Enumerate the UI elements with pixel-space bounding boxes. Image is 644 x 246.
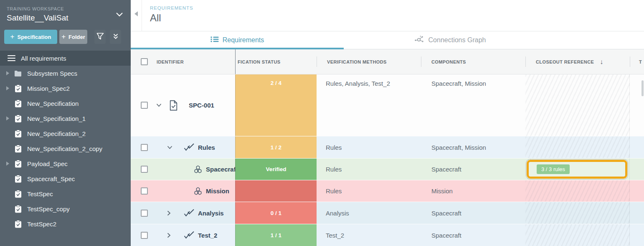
chevron-down-icon[interactable]: [167, 146, 172, 149]
select-all-checkbox[interactable]: [141, 58, 148, 65]
chevron-down-icon[interactable]: [116, 11, 123, 19]
sidebar-item-payload-spec[interactable]: Payload_Spec: [0, 156, 131, 171]
expand-arrow-icon[interactable]: [4, 116, 11, 120]
tab-label: Connections Graph: [428, 36, 486, 44]
status-cell[interactable]: 1 / 1: [235, 224, 317, 246]
table-row-spc-001[interactable]: SPC-001 2 / 4 Rules, Analysis, Test_2 Sp…: [131, 74, 644, 136]
add-specification-button[interactable]: + Specification: [4, 30, 57, 44]
chevron-right-icon[interactable]: [167, 210, 172, 216]
identifier-cell: Spacecraft: [131, 159, 235, 180]
expand-arrow-icon[interactable]: [4, 86, 11, 90]
components-cell[interactable]: Spacecraft, Mission: [421, 74, 525, 136]
components-text: Spacecraft: [431, 232, 461, 239]
vertical-scrollbar[interactable]: [641, 80, 644, 96]
row-checkbox[interactable]: [141, 210, 148, 217]
table-row-mission[interactable]: Mission Rules Mission: [131, 180, 644, 202]
components-cell[interactable]: Spacecraft: [421, 224, 525, 246]
filter-icon: [96, 32, 104, 42]
sidebar-item-subsystem-specs[interactable]: Subsystem Specs: [0, 66, 131, 81]
table-row-test-2[interactable]: Test_2 1 / 1 Test_2 Spacecraft: [131, 224, 644, 246]
chevron-right-icon[interactable]: [167, 233, 172, 238]
collapse-all-button[interactable]: [110, 30, 121, 44]
methods-cell[interactable]: Rules: [317, 136, 421, 158]
components-cell[interactable]: Spacecraft: [421, 159, 525, 180]
closeout-cell[interactable]: [525, 180, 630, 202]
closeout-cell[interactable]: [525, 136, 630, 158]
workspace-header[interactable]: TRAINING WORKSPACE Satellite__ValiSat: [0, 0, 131, 23]
row-checkbox[interactable]: [141, 232, 148, 239]
methods-cell[interactable]: Analysis: [317, 202, 421, 224]
status-cell[interactable]: Verified: [235, 159, 317, 180]
verification-methods-column-header[interactable]: VERIFICATION METHODS: [317, 49, 421, 74]
verification-status-column-header[interactable]: FICATION STATUS: [235, 49, 317, 74]
filter-button[interactable]: [94, 30, 106, 44]
closeout-cell-highlighted[interactable]: 3 / 3 rules: [525, 159, 630, 180]
column-label: T: [639, 59, 642, 64]
methods-text: Test_2: [326, 232, 344, 239]
highlighted-cell-ring[interactable]: 3 / 3 rules: [527, 160, 627, 179]
tab-connections-graph[interactable]: Connections Graph: [344, 31, 557, 49]
components-cell[interactable]: Spacecraft: [421, 202, 525, 224]
sidebar-toolbar: + Specification + Folder: [4, 30, 127, 44]
collapse-panel-button[interactable]: [131, 0, 142, 31]
verification-method-icon: [184, 143, 195, 151]
row-checkbox[interactable]: [141, 144, 148, 151]
verification-method-icon: [184, 209, 195, 217]
sidebar-item-mission-spec2[interactable]: Mission_Spec2: [0, 81, 131, 96]
expand-arrow-icon[interactable]: [4, 71, 11, 75]
sidebar-item-new-specification-1[interactable]: New_Specification_1: [0, 111, 131, 126]
text-cell: [630, 202, 644, 224]
sidebar-item-label: Spacecraft_Spec: [27, 175, 75, 182]
sort-descending-icon[interactable]: ↓: [600, 58, 603, 66]
methods-cell[interactable]: Test_2: [317, 224, 421, 246]
methods-cell[interactable]: Rules, Analysis, Test_2: [317, 74, 421, 136]
sidebar-item-new-specification-2-copy[interactable]: New_Specification_2_copy: [0, 141, 131, 156]
row-checkbox[interactable]: [141, 187, 148, 195]
table-row-spacecraft[interactable]: Spacecraft Verified Rules Spacecraft 3 /…: [131, 158, 644, 180]
sidebar-item-label: TestSpec: [27, 190, 53, 197]
sidebar-item-testspec2[interactable]: TestSpec2: [0, 216, 131, 231]
sidebar-item-testspec[interactable]: TestSpec: [0, 186, 131, 201]
sidebar-item-testspec-copy[interactable]: TestSpec_copy: [0, 201, 131, 216]
text-cell: [630, 180, 644, 202]
row-checkbox[interactable]: [141, 102, 148, 109]
sidebar-item-new-specification[interactable]: New_Specification: [0, 96, 131, 111]
components-column-header[interactable]: COMPONENTS: [421, 49, 525, 74]
status-text: Verified: [266, 166, 287, 172]
sidebar: TRAINING WORKSPACE Satellite__ValiSat + …: [0, 0, 131, 246]
text-column-header[interactable]: T: [630, 49, 644, 74]
components-cell[interactable]: Mission: [421, 180, 525, 202]
components-text: Spacecraft: [431, 210, 461, 217]
sidebar-item-label: All requirements: [21, 55, 66, 62]
closeout-cell[interactable]: [525, 202, 630, 224]
sidebar-item-new-specification-2[interactable]: New_Specification_2: [0, 126, 131, 141]
requirements-list-icon: [210, 36, 219, 44]
row-checkbox[interactable]: [141, 166, 148, 173]
status-cell[interactable]: 0 / 1: [235, 202, 317, 224]
tab-requirements[interactable]: Requirements: [131, 31, 344, 49]
closeout-cell[interactable]: [525, 224, 630, 246]
breadcrumb: REQUIREMENTS: [150, 5, 193, 10]
sidebar-item-all-requirements[interactable]: All requirements: [0, 51, 131, 66]
sidebar-item-label: TestSpec2: [27, 220, 56, 228]
status-cell[interactable]: [235, 180, 317, 202]
status-text: 0 / 1: [271, 210, 281, 216]
identifier-column-header[interactable]: IDENTIFIER: [131, 49, 235, 74]
methods-cell[interactable]: Rules: [317, 180, 421, 202]
sidebar-item-spacecraft-spec[interactable]: Spacecraft_Spec: [0, 171, 131, 186]
sidebar-item-label: New_Specification: [27, 100, 79, 107]
specification-doc-icon: [169, 100, 178, 111]
table-header: IDENTIFIER FICATION STATUS VERIFICATION …: [131, 49, 644, 74]
closeout-reference-column-header[interactable]: CLOSEOUT REFERENCE ↓: [525, 49, 630, 74]
add-folder-button[interactable]: + Folder: [59, 30, 87, 44]
closeout-cell[interactable]: [525, 74, 630, 136]
status-cell[interactable]: 1 / 2: [235, 136, 317, 158]
status-cell[interactable]: 2 / 4: [235, 74, 317, 136]
chevron-down-icon[interactable]: [156, 103, 162, 107]
table-row-analysis[interactable]: Analysis 0 / 1 Analysis Spacecraft: [131, 202, 644, 224]
methods-cell[interactable]: Rules: [317, 159, 421, 180]
components-cell[interactable]: Spacecraft, Mission: [421, 136, 525, 158]
expand-arrow-icon[interactable]: [4, 161, 11, 166]
closeout-rules-badge[interactable]: 3 / 3 rules: [537, 164, 570, 174]
table-row-rules[interactable]: Rules 1 / 2 Rules Spacecraft, Mission: [131, 136, 644, 158]
